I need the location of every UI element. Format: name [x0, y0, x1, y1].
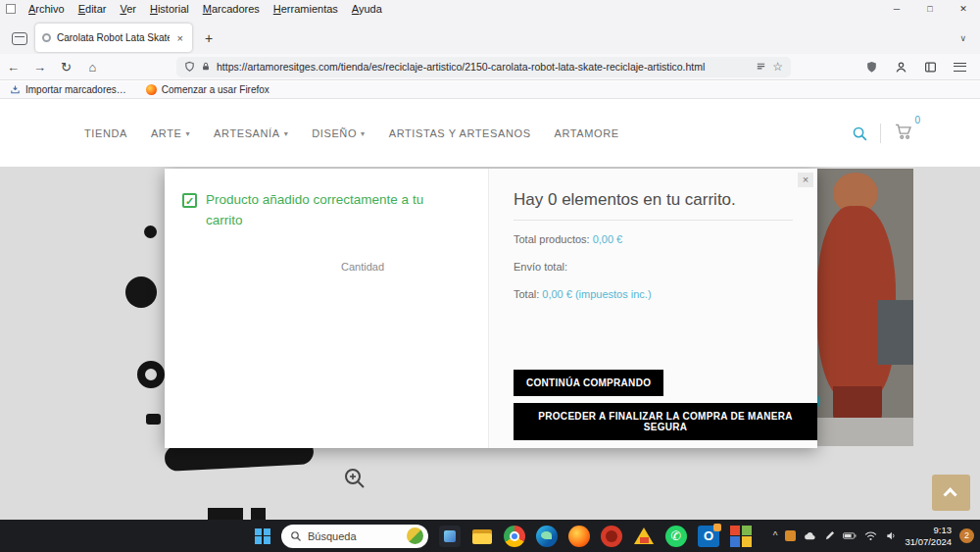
new-tab-button[interactable]: +: [201, 30, 217, 46]
nav-item-artistas[interactable]: ARTISTAS Y ARTESANOS: [389, 127, 531, 139]
start-button[interactable]: [255, 528, 270, 544]
pen-icon[interactable]: [824, 530, 835, 541]
cart-totals: Total productos:0,00 € Envío total: Tota…: [514, 233, 793, 300]
chrome-icon[interactable]: [504, 526, 525, 547]
tab-favicon-icon: [42, 33, 51, 42]
tab-title: Carolata Robot Lata Skate Recic: [57, 32, 170, 43]
check-icon: ✓: [182, 193, 197, 208]
url-bar[interactable]: https://artamoresitges.com/tienda/es/rec…: [176, 57, 791, 77]
onedrive-icon[interactable]: [804, 531, 816, 541]
system-tray: ^ 9:13 31/07/2024 2: [773, 520, 974, 552]
outlook-icon[interactable]: [698, 526, 719, 547]
nav-item-diseno[interactable]: DISEÑO▾: [312, 127, 365, 139]
office-app-icon[interactable]: [730, 526, 752, 547]
chevron-down-icon: ▾: [185, 129, 190, 138]
reader-view-icon[interactable]: [756, 62, 766, 73]
sidebar-icon[interactable]: [924, 61, 937, 74]
reload-icon[interactable]: ↻: [53, 60, 79, 75]
battery-icon[interactable]: [843, 531, 857, 540]
home-icon[interactable]: ⌂: [79, 60, 106, 75]
tab-close-icon[interactable]: ×: [175, 32, 185, 44]
page-content: ✓ Producto añadido correctamente a tu ca…: [0, 167, 980, 520]
menu-archivo[interactable]: Archivo: [22, 3, 72, 15]
window-controls: ─ □ ✕: [880, 0, 980, 18]
lock-icon[interactable]: [201, 61, 211, 73]
success-message: Producto añadido correctamente a tu carr…: [206, 190, 457, 231]
bookmarks-bar: Importar marcadores… Comenzar a usar Fir…: [0, 81, 980, 99]
window-titlebar: Archivo Editar Ver Historial Marcadores …: [0, 0, 980, 18]
search-icon: [290, 530, 302, 542]
grand-total-row: Total:0,00 € (impuestos inc.): [514, 288, 793, 300]
edge-icon[interactable]: [536, 526, 558, 547]
hidden-icons-chevron[interactable]: ^: [773, 530, 778, 541]
nav-item-artesania[interactable]: ARTESANÍA▾: [214, 127, 288, 139]
tray-app-icon[interactable]: [785, 530, 796, 541]
firefox-view-icon[interactable]: [12, 32, 27, 45]
file-explorer-icon[interactable]: [471, 526, 493, 547]
browser-app-icon[interactable]: [601, 526, 622, 547]
close-window-button[interactable]: ✕: [947, 0, 980, 18]
account-icon[interactable]: [895, 61, 907, 74]
tracking-protection-shield-icon[interactable]: [184, 61, 195, 73]
shipping-total-label: Envío total:: [514, 261, 567, 273]
success-message-row: ✓ Producto añadido correctamente a tu ca…: [182, 190, 457, 231]
menu-editar[interactable]: Editar: [72, 3, 114, 15]
total-products-row: Total productos:0,00 €: [514, 233, 793, 245]
bookmark-import[interactable]: Importar marcadores…: [10, 84, 126, 95]
site-header: TIENDA ARTE▾ ARTESANÍA▾ DISEÑO▾ ARTISTAS…: [0, 100, 980, 167]
taskbar-time: 9:13: [905, 525, 952, 536]
wifi-icon[interactable]: [864, 531, 877, 541]
taskbar-search[interactable]: Búsqueda: [281, 525, 428, 548]
taskbar-search-label: Búsqueda: [308, 530, 357, 542]
screen: Archivo Editar Ver Historial Marcadores …: [0, 0, 980, 552]
menu-marcadores[interactable]: Marcadores: [196, 3, 267, 15]
protections-badge-icon[interactable]: [865, 61, 878, 74]
forward-icon[interactable]: →: [26, 60, 53, 75]
site-nav: TIENDA ARTE▾ ARTESANÍA▾ DISEÑO▾ ARTISTAS…: [84, 127, 619, 139]
menu-historial[interactable]: Historial: [143, 3, 196, 15]
url-text[interactable]: https://artamoresitges.com/tienda/es/rec…: [217, 61, 750, 73]
bookmark-getting-started[interactable]: Comenzar a usar Firefox: [146, 84, 270, 95]
modal-right-panel: Hay 0 elementos en tu carrito. Total pro…: [488, 169, 817, 448]
browser-tab[interactable]: Carolata Robot Lata Skate Recic ×: [35, 24, 192, 52]
minimize-button[interactable]: ─: [880, 0, 913, 18]
search-highlight-icon: [407, 527, 423, 544]
maximize-button[interactable]: □: [913, 0, 947, 18]
cart-button[interactable]: 0: [893, 122, 913, 145]
menu-ayuda[interactable]: Ayuda: [345, 3, 389, 15]
chevron-up-icon: [943, 487, 956, 501]
notification-count-badge[interactable]: 2: [959, 528, 974, 543]
menu-icon[interactable]: [954, 63, 966, 72]
grand-total-value: 0,00 € (impuestos inc.): [542, 288, 651, 300]
photos-app-icon[interactable]: [439, 526, 461, 547]
nav-item-arte[interactable]: ARTE▾: [151, 127, 190, 139]
nav-item-artamore[interactable]: ARTAMORE: [555, 127, 619, 139]
drive-app-icon[interactable]: [633, 526, 655, 547]
bookmark-star-icon[interactable]: ☆: [772, 60, 783, 74]
chevron-down-icon: ▾: [284, 129, 289, 138]
continue-shopping-button[interactable]: CONTINÚA COMPRANDO: [514, 370, 663, 396]
cart-summary-title: Hay 0 elementos en tu carrito.: [514, 190, 793, 221]
bookmark-getting-started-label: Comenzar a usar Firefox: [162, 84, 270, 95]
checkout-button[interactable]: PROCEDER A FINALIZAR LA COMPRA DE MANERA…: [514, 403, 817, 440]
nav-item-tienda[interactable]: TIENDA: [84, 127, 127, 139]
bookmark-import-label: Importar marcadores…: [25, 84, 126, 95]
scroll-to-top-button[interactable]: [932, 475, 970, 511]
back-icon[interactable]: ←: [0, 60, 26, 75]
taskbar-clock[interactable]: 9:13 31/07/2024: [905, 525, 952, 548]
menu-herramientas[interactable]: Herramientas: [267, 3, 345, 15]
list-all-tabs-icon[interactable]: ∨: [959, 33, 966, 43]
whatsapp-icon[interactable]: [665, 526, 687, 547]
header-right: 0: [852, 122, 913, 145]
volume-icon[interactable]: [885, 530, 897, 541]
tab-strip: Carolata Robot Lata Skate Recic × + ∨: [0, 18, 980, 54]
import-bookmarks-icon: [10, 84, 21, 95]
firefox-icon[interactable]: [568, 526, 590, 547]
menu-ver[interactable]: Ver: [113, 3, 143, 15]
cart-icon: [893, 122, 913, 141]
total-products-label: Total productos:: [514, 233, 590, 245]
search-icon[interactable]: [852, 125, 868, 142]
quantity-label: Cantidad: [341, 261, 384, 273]
modal-close-icon[interactable]: ×: [798, 173, 813, 187]
shipping-total-row: Envío total:: [514, 261, 793, 273]
